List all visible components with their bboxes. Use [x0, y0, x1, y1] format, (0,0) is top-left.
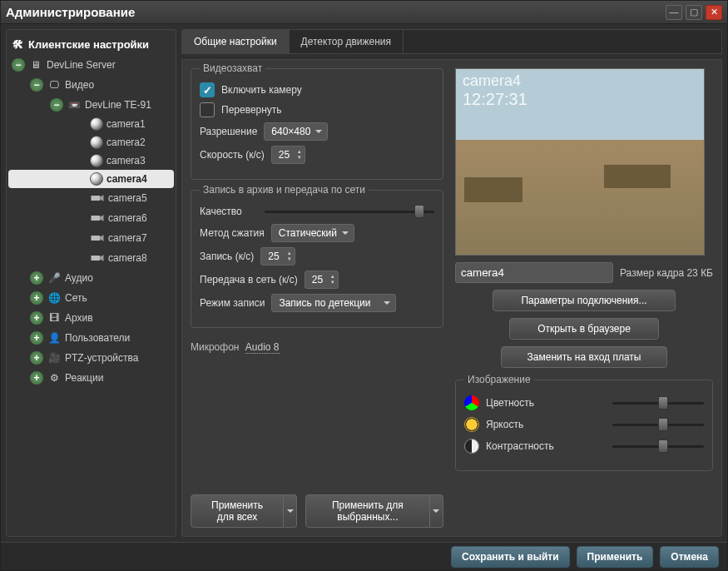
fps-spinner[interactable]: 25 [271, 146, 305, 164]
tab-motion[interactable]: Детектор движения [290, 30, 404, 53]
replace-input-button[interactable]: Заменить на вход платы [501, 346, 667, 368]
contrast-slider[interactable] [612, 439, 704, 454]
rec-fps-value: 25 [268, 251, 279, 262]
open-browser-button[interactable]: Открыть в браузере [509, 318, 659, 340]
expand-icon[interactable] [30, 351, 43, 365]
expand-icon[interactable] [30, 291, 43, 305]
expand-icon[interactable] [30, 311, 43, 325]
user-icon: 👤 [47, 330, 62, 345]
collapse-icon[interactable] [50, 98, 63, 112]
connection-params-button[interactable]: Параметры подключения... [493, 290, 676, 311]
tree-root-label: Клиентские настройки [28, 38, 149, 51]
frame-size-label: Размер кадра 23 КБ [620, 267, 713, 279]
method-select[interactable]: Статический [271, 224, 354, 242]
apply-all-menu[interactable] [284, 494, 297, 528]
tree-users[interactable]: 👤Пользователи [8, 328, 174, 348]
tree-device[interactable]: 📼 DevLine TE-91 [8, 95, 174, 115]
mic-link[interactable]: Audio 8 [245, 341, 280, 354]
tree-camera[interactable]: camera5 [8, 188, 174, 208]
flip-checkbox[interactable] [200, 102, 215, 117]
expand-icon[interactable] [30, 271, 43, 285]
tree-camera[interactable]: camera2 [8, 133, 174, 151]
cancel-button[interactable]: Отмена [660, 546, 719, 568]
tree-archive-label: Архив [65, 312, 93, 324]
apply-selected-menu[interactable] [430, 494, 443, 528]
resolution-select[interactable]: 640×480 [264, 122, 328, 141]
tree-users-label: Пользователи [65, 332, 130, 344]
collapse-icon[interactable] [12, 58, 25, 72]
tree-archive[interactable]: 🎞Архив [8, 308, 174, 328]
tree-video[interactable]: 🖵 Видео [8, 75, 174, 95]
quality-slider[interactable] [265, 204, 434, 219]
preview-time: 12:27:31 [463, 90, 697, 109]
tree-network[interactable]: 🌐Сеть [8, 288, 174, 308]
color-row: Цветность [464, 395, 704, 410]
tree-camera[interactable]: camera6 [8, 208, 174, 228]
apply-selected-button[interactable]: Применить для выбранных... [305, 494, 429, 528]
camera-label: camera4 [106, 173, 147, 185]
record-group: Запись в архив и передача по сети Качест… [191, 190, 443, 328]
minimize-button[interactable]: — [666, 5, 682, 20]
fps-value: 25 [279, 149, 290, 161]
tab-label: Детектор движения [301, 36, 391, 47]
tab-general[interactable]: Общие настройки [182, 30, 290, 53]
tree-server-label: DevLine Server [47, 59, 116, 71]
net-fps-spinner[interactable]: 25 [305, 271, 339, 289]
tree-network-label: Сеть [65, 292, 87, 304]
maximize-button[interactable]: ▢ [686, 5, 702, 20]
enable-camera-checkbox[interactable] [200, 82, 215, 97]
camera-icon [90, 231, 105, 246]
expand-icon[interactable] [30, 371, 43, 385]
microphone-icon: 🎤 [47, 271, 62, 286]
apply-row: Применить для всех Применить для выбранн… [191, 494, 443, 528]
quality-row: Качество [200, 204, 434, 219]
tree-camera-selected[interactable]: camera4 [8, 170, 174, 188]
brightness-slider[interactable] [612, 417, 704, 432]
mic-row: Микрофон Audio 8 [191, 341, 443, 353]
camera-name-input[interactable] [455, 262, 613, 283]
camera-icon [90, 154, 103, 167]
preview-info-row: Размер кадра 23 КБ [455, 262, 713, 283]
tree-camera[interactable]: camera7 [8, 228, 174, 248]
resolution-label: Разрешение [200, 126, 257, 137]
flip-row: Перевернуть [200, 102, 434, 117]
camera-label: camera1 [106, 118, 146, 130]
save-exit-button[interactable]: Сохранить и выйти [451, 546, 570, 568]
camera-icon [90, 117, 103, 131]
contrast-icon [464, 439, 479, 454]
reaction-icon: ⚙ [47, 370, 62, 385]
tools-icon: 🛠 [10, 37, 25, 52]
capture-group: Видеозахват Включить камеру Перевернуть … [191, 68, 443, 180]
tab-label: Общие настройки [194, 36, 277, 47]
resolution-row: Разрешение 640×480 [200, 122, 434, 141]
tree-reactions[interactable]: ⚙Реакции [8, 368, 174, 388]
camera-label: camera8 [108, 252, 147, 264]
tree-camera[interactable]: camera3 [8, 151, 174, 170]
tree-root[interactable]: 🛠 Клиентские настройки [8, 33, 174, 55]
tree-camera[interactable]: camera8 [8, 248, 174, 268]
tree-ptz[interactable]: 🎥PTZ-устройства [8, 348, 174, 368]
apply-selected-group: Применить для выбранных... [305, 494, 443, 528]
close-button[interactable]: ✕ [706, 5, 722, 20]
apply-all-label: Применить для всех [211, 499, 263, 523]
enable-camera-row: Включить камеру [200, 82, 434, 97]
collapse-icon[interactable] [30, 78, 43, 92]
quality-label: Качество [200, 206, 258, 217]
camera-icon [90, 251, 105, 266]
tree-camera[interactable]: camera1 [8, 115, 174, 133]
mode-select[interactable]: Запись по детекции [271, 294, 396, 312]
contrast-label: Контрастность [486, 440, 606, 452]
color-slider[interactable] [612, 395, 704, 410]
btn-label: Параметры подключения... [521, 295, 646, 306]
apply-button[interactable]: Применить [577, 546, 654, 568]
tree-audio[interactable]: 🎤Аудио [8, 268, 174, 288]
rec-fps-spinner[interactable]: 25 [260, 247, 295, 266]
color-icon [464, 395, 479, 410]
rec-fps-label: Запись (к/с) [200, 251, 254, 262]
tree-server[interactable]: 🖥 DevLine Server [8, 55, 174, 75]
apply-all-button[interactable]: Применить для всех [191, 494, 284, 528]
expand-icon[interactable] [30, 331, 43, 345]
mic-label: Микрофон [191, 341, 239, 353]
film-icon: 🎞 [47, 310, 62, 325]
svg-rect-2 [92, 216, 101, 221]
